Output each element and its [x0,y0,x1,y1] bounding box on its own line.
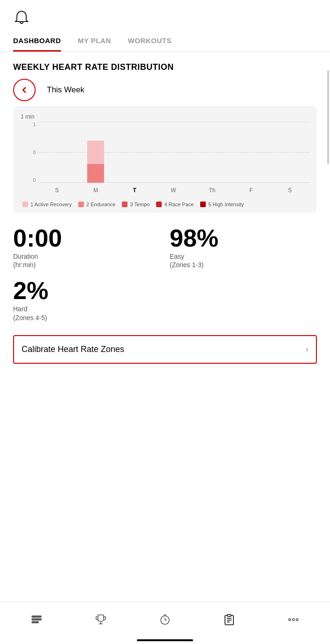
week-label: This Week [47,85,84,95]
chart-area: 1 0 0 [21,122,309,197]
heart-rate-chart: 1 min 1 0 0 [13,106,317,213]
stat-hard-value: 2% [13,278,317,303]
stat-hard: 2% Hard(Zones 4-5) [13,278,317,322]
nav-item-log[interactable] [216,609,242,630]
x-label-m: M [85,187,106,194]
chart-y-unit: 1 min [21,113,309,120]
bar-zone2-m [87,164,104,183]
header [0,0,330,28]
x-label-s2: S [279,187,300,194]
stat-easy-label: Easy(Zones 1-3) [170,252,317,269]
x-label-s1: S [46,187,67,194]
notification-bell-icon[interactable] [13,9,30,28]
nav-item-list[interactable] [23,609,50,630]
svg-rect-1 [32,619,41,620]
svg-rect-2 [32,622,38,623]
stat-easy: 98% Easy(Zones 1-3) [170,226,317,269]
bottom-nav [0,602,330,644]
stat-easy-value: 98% [170,226,317,250]
week-navigation: This Week [0,79,330,101]
calibrate-heart-rate-zones-button[interactable]: Calibrate Heart Rate Zones › [13,335,317,364]
legend-dot-zone1 [22,202,28,207]
legend-label-zone4: 4 Race Pace [164,202,194,207]
bar-col-m [85,141,106,183]
clipboard-icon [223,613,236,626]
legend-zone2: 2 Endurance [78,202,115,207]
nav-item-achievements[interactable] [88,609,114,630]
legend-zone1: 1 Active Recovery [22,202,72,207]
x-label-f: F [241,187,262,194]
list-icon [30,613,43,626]
stat-duration-label: Duration(hr:min) [13,252,160,269]
tab-workouts[interactable]: WORKOUTS [128,37,172,52]
tab-dashboard[interactable]: DASHBOARD [13,37,61,52]
svg-point-14 [288,618,290,620]
y-label-bot: 0 [21,178,38,183]
legend-dot-zone5 [200,202,206,207]
nav-item-more[interactable] [280,609,307,630]
svg-point-15 [292,618,294,620]
clock-icon [158,613,172,626]
y-label-mid: 0 [21,150,38,155]
bar-zone1-m [87,141,104,164]
trophy-icon [94,613,107,626]
calibrate-label: Calibrate Heart Rate Zones [22,344,124,354]
scrollbar[interactable] [327,70,329,164]
chevron-right-icon: › [306,344,308,354]
x-labels: S M T W Th F S [38,184,309,197]
svg-point-16 [296,618,298,620]
more-icon [287,613,300,626]
x-label-w: W [163,187,184,194]
stat-duration-value: 0:00 [13,226,160,250]
legend-dot-zone4 [156,202,162,207]
legend-label-zone1: 1 Active Recovery [30,202,72,207]
nav-item-timer[interactable] [152,609,178,630]
back-week-button[interactable] [13,79,36,101]
legend-zone3: 3 Tempo [122,202,150,207]
legend-label-zone3: 3 Tempo [130,202,150,207]
chart-y-labels: 1 0 0 [21,122,38,183]
stat-duration: 0:00 Duration(hr:min) [13,226,160,269]
svg-rect-13 [227,614,231,616]
y-label-top: 1 [21,122,38,127]
x-label-th: Th [202,187,223,194]
tab-myplan[interactable]: MY PLAN [78,37,111,52]
x-label-t: T [124,187,145,194]
nav-tabs: DASHBOARD MY PLAN WORKOUTS [0,28,330,52]
home-indicator [137,639,193,641]
stats-row-2: 2% Hard(Zones 4-5) [0,269,330,322]
legend-zone4: 4 Race Pace [156,202,194,207]
stat-hard-label: Hard(Zones 4-5) [13,305,317,322]
bar-stack-m [87,141,104,183]
legend-label-zone5: 5 High Intensity [208,202,244,207]
section-title: WEEKLY HEART RATE DISTRIBUTION [0,52,330,79]
legend-zone5: 5 High Intensity [200,202,244,207]
stats-row-1: 0:00 Duration(hr:min) 98% Easy(Zones 1-3… [0,213,330,269]
chart-legend: 1 Active Recovery 2 Endurance 3 Tempo 4 … [21,202,309,207]
chart-bars [38,122,309,183]
legend-label-zone2: 2 Endurance [86,202,115,207]
legend-dot-zone3 [122,202,128,207]
svg-rect-0 [32,616,41,617]
legend-dot-zone2 [78,202,84,207]
